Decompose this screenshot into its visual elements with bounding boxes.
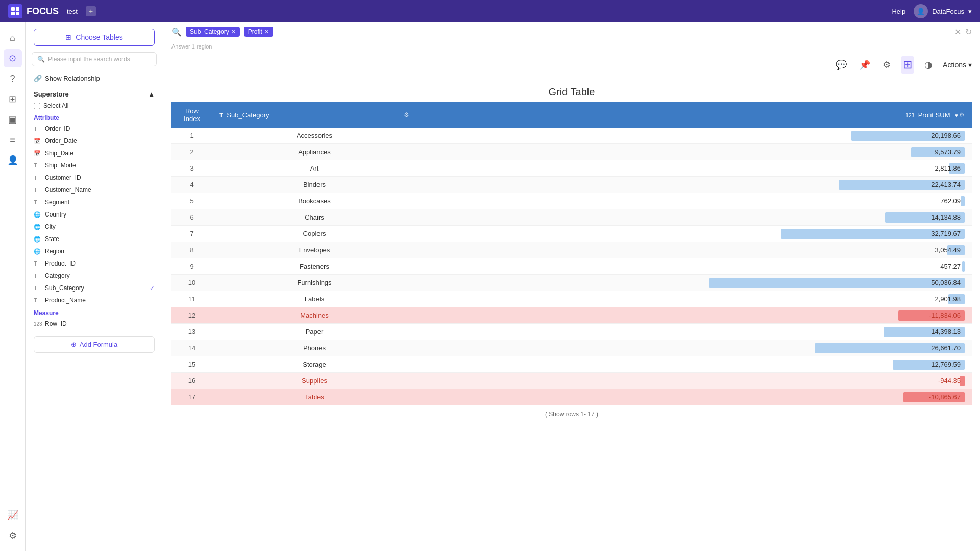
- table-row[interactable]: 3 Art 2,811.86: [172, 160, 972, 177]
- nav-analytics-icon[interactable]: 📈: [4, 506, 22, 524]
- nav-table-icon[interactable]: ⊞: [4, 90, 22, 108]
- add-formula-button[interactable]: ⊕ Add Formula: [34, 336, 155, 353]
- tag-sub-category-label: Sub_Category: [190, 28, 229, 35]
- table-row[interactable]: 9 Fasteners 457.27: [172, 258, 972, 275]
- left-panel: ⊞ Choose Tables 🔍 Please input the searc…: [26, 22, 163, 551]
- field-state[interactable]: 🌐State: [26, 233, 163, 245]
- cell-sub-category: Bookcases: [212, 193, 416, 209]
- table-row[interactable]: 15 Storage 12,769.59: [172, 356, 972, 373]
- cell-sub-category: Machines: [212, 307, 416, 324]
- table-row[interactable]: 8 Envelopes 3,054.49: [172, 242, 972, 258]
- tag-profit[interactable]: Profit ✕: [244, 27, 273, 37]
- table-row[interactable]: 14 Phones 26,661.70: [172, 340, 972, 356]
- cell-row-index: 15: [172, 356, 212, 373]
- search-clear-icon[interactable]: ✕: [954, 27, 961, 37]
- field-product-name[interactable]: TProduct_Name: [26, 294, 163, 306]
- main-content: 🔍 Sub_Category ✕ Profit ✕ ✕ ↻ Answer 1 r…: [163, 22, 980, 551]
- choose-tables-button[interactable]: ⊞ Choose Tables: [34, 29, 155, 46]
- nav-folder-icon[interactable]: ▣: [4, 110, 22, 129]
- field-country[interactable]: 🌐Country: [26, 208, 163, 221]
- choose-tables-icon: ⊞: [65, 33, 71, 41]
- profit-settings-icon[interactable]: ⚙: [959, 111, 965, 118]
- field-search-box[interactable]: 🔍 Please input the search words: [32, 52, 157, 66]
- field-ship-mode[interactable]: TShip_Mode: [26, 159, 163, 172]
- table-row[interactable]: 11 Labels 2,901.98: [172, 291, 972, 307]
- tag-profit-close[interactable]: ✕: [264, 29, 269, 35]
- cell-profit: 2,811.86: [416, 160, 972, 177]
- field-type-icon: T: [34, 187, 41, 193]
- nav-list-icon[interactable]: ≡: [4, 131, 22, 149]
- field-order-date[interactable]: 📅Order_Date: [26, 135, 163, 147]
- field-row-id[interactable]: 123Row_ID: [26, 318, 163, 330]
- result-text: Answer 1 region: [172, 43, 212, 50]
- cell-profit: -11,834.06: [416, 307, 972, 324]
- pin-toolbar-icon[interactable]: 📌: [857, 57, 872, 73]
- sort-desc-icon[interactable]: ▼: [954, 113, 959, 118]
- table-row[interactable]: 16 Supplies -944.35: [172, 373, 972, 389]
- select-all-checkbox[interactable]: [34, 103, 40, 109]
- table-row[interactable]: 7 Copiers 32,719.67: [172, 226, 972, 242]
- table-row[interactable]: 2 Appliances 9,573.79: [172, 144, 972, 160]
- field-name: State: [45, 235, 59, 243]
- settings-toolbar-icon[interactable]: ⚙: [880, 57, 893, 73]
- field-customer-name[interactable]: TCustomer_Name: [26, 184, 163, 196]
- actions-chevron-icon: ▾: [968, 61, 972, 69]
- show-relationship-button[interactable]: 🔗 Show Relationship: [26, 70, 163, 86]
- field-ship-date[interactable]: 📅Ship_Date: [26, 147, 163, 159]
- field-customer-id[interactable]: TCustomer_ID: [26, 172, 163, 184]
- chart-toolbar-icon[interactable]: ◑: [922, 57, 935, 73]
- field-segment[interactable]: TSegment: [26, 196, 163, 208]
- table-row[interactable]: 12 Machines -11,834.06: [172, 307, 972, 324]
- grid-title: Grid Table: [163, 78, 980, 102]
- nav-help-icon[interactable]: ?: [4, 69, 22, 88]
- table-row[interactable]: 1 Accessories 20,198.66: [172, 128, 972, 144]
- cell-row-index: 13: [172, 324, 212, 340]
- table-row[interactable]: 10 Furnishings 50,036.84: [172, 275, 972, 291]
- field-sub-category[interactable]: TSub_Category✓: [26, 282, 163, 294]
- table-row[interactable]: 6 Chairs 14,134.88: [172, 209, 972, 226]
- actions-button[interactable]: Actions ▾: [943, 61, 972, 69]
- table-row[interactable]: 4 Binders 22,413.74: [172, 177, 972, 193]
- field-order-id[interactable]: TOrder_ID: [26, 123, 163, 135]
- cell-row-index: 3: [172, 160, 212, 177]
- nav-home-icon[interactable]: ⌂: [4, 29, 22, 47]
- field-product-id[interactable]: TProduct_ID: [26, 257, 163, 270]
- search-refresh-icon[interactable]: ↻: [965, 27, 972, 37]
- field-name: Region: [45, 248, 64, 255]
- comment-toolbar-icon[interactable]: 💬: [834, 57, 849, 73]
- chart-area: Grid Table Row Index T Sub_Category ⚙ 12…: [163, 78, 980, 551]
- field-category[interactable]: TCategory: [26, 270, 163, 282]
- collapse-icon[interactable]: ▲: [148, 90, 155, 98]
- active-tab[interactable]: test: [67, 8, 78, 15]
- nav-person-icon[interactable]: 👤: [4, 151, 22, 170]
- tag-sub-category[interactable]: Sub_Category ✕: [186, 27, 240, 37]
- col-header-sub-category[interactable]: T Sub_Category ⚙: [212, 102, 416, 128]
- user-info[interactable]: 👤 DataFocus ▾: [914, 4, 972, 18]
- field-type-icon: 🌐: [34, 211, 41, 218]
- cell-sub-category: Supplies: [212, 373, 416, 389]
- cell-profit: 20,198.66: [416, 128, 972, 144]
- field-city[interactable]: 🌐City: [26, 221, 163, 233]
- add-tab-button[interactable]: +: [86, 6, 96, 16]
- help-link[interactable]: Help: [892, 8, 905, 15]
- table-row[interactable]: 13 Paper 14,398.13: [172, 324, 972, 340]
- select-all-row[interactable]: Select All: [26, 100, 163, 111]
- svg-rect-1: [16, 7, 19, 11]
- col-header-row-index[interactable]: Row Index: [172, 102, 212, 128]
- cell-profit: 14,134.88: [416, 209, 972, 226]
- cell-sub-category: Art: [212, 160, 416, 177]
- nav-settings-icon[interactable]: ⚙: [4, 526, 22, 545]
- choose-tables-label: Choose Tables: [76, 33, 122, 41]
- grid-toolbar-icon[interactable]: ⊞: [901, 56, 914, 74]
- tag-profit-label: Profit: [248, 28, 262, 35]
- search-icon[interactable]: 🔍: [172, 27, 182, 37]
- logo-icon: [8, 4, 22, 18]
- table-row[interactable]: 17 Tables -10,865.67: [172, 389, 972, 405]
- field-region[interactable]: 🌐Region: [26, 245, 163, 257]
- tag-sub-category-close[interactable]: ✕: [231, 29, 236, 35]
- col-header-profit-sum[interactable]: 123 Profit SUM ▼ ⚙: [416, 102, 972, 128]
- nav-search-icon[interactable]: ⊙: [4, 49, 22, 67]
- table-row[interactable]: 5 Bookcases 762.09: [172, 193, 972, 209]
- cell-profit: -944.35: [416, 373, 972, 389]
- sub-cat-settings-icon[interactable]: ⚙: [404, 111, 409, 118]
